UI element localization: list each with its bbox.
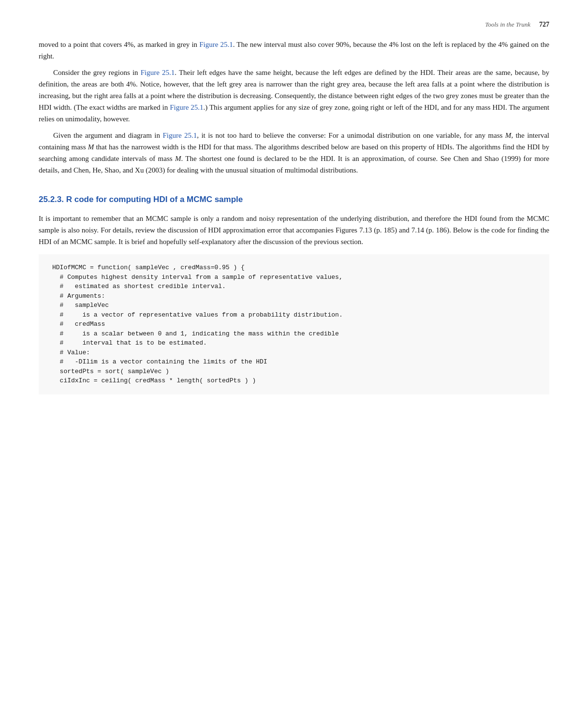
figure-link-4[interactable]: Figure 25.1 bbox=[162, 131, 197, 139]
paragraph-3: Given the argument and diagram in Figure… bbox=[39, 130, 549, 176]
section-number: 25.2.3. bbox=[39, 195, 64, 204]
figure-link-2[interactable]: Figure 25.1 bbox=[141, 69, 175, 76]
body-text: moved to a point that covers 4%, as mark… bbox=[39, 39, 549, 176]
code-to-text: to bbox=[147, 339, 154, 347]
figure-link-3[interactable]: Figure 25.1 bbox=[170, 103, 203, 111]
paragraph-2: Consider the grey regions in Figure 25.1… bbox=[39, 67, 549, 125]
section-body: It is important to remember that an MCMC… bbox=[39, 213, 549, 247]
code-block: HDIofMCMC = function( sampleVec , credMa… bbox=[39, 254, 549, 394]
page-number: 727 bbox=[539, 19, 549, 30]
page-header-title: Tools in the Trunk bbox=[485, 20, 530, 29]
section-title: R code for computing HDI of a MCMC sampl… bbox=[66, 195, 243, 204]
figure-link-1[interactable]: Figure 25.1 bbox=[199, 41, 233, 48]
section-heading: 25.2.3. R code for computing HDI of a MC… bbox=[39, 193, 549, 206]
paragraph-1: moved to a point that covers 4%, as mark… bbox=[39, 39, 549, 62]
page: Tools in the Trunk 727 moved to a point … bbox=[0, 0, 588, 725]
page-header: Tools in the Trunk 727 bbox=[39, 19, 549, 30]
